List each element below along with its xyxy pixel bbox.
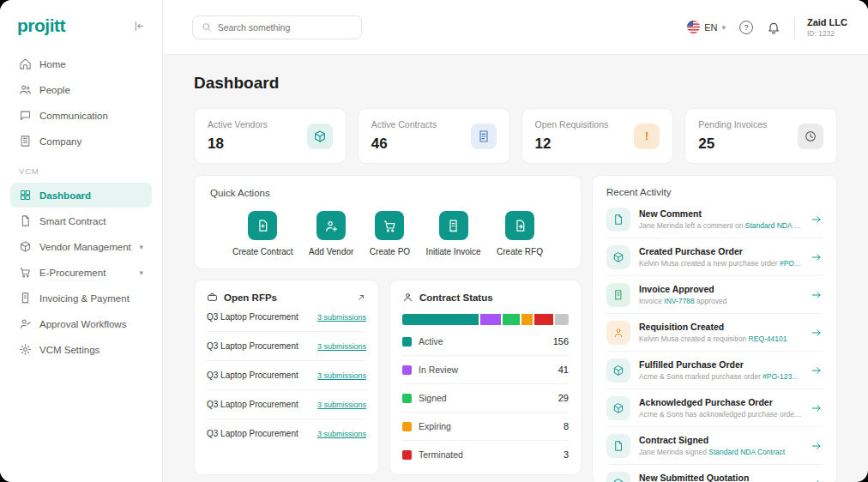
sidebar-item-label: Company — [39, 136, 81, 147]
quick-actions-card: Quick Actions Create Contract Add Vendor — [194, 175, 582, 269]
stat-value: 46 — [371, 136, 437, 153]
account-name: Zaid LLC — [807, 17, 847, 27]
activity-link[interactable]: Standard NDA Contract — [745, 221, 802, 230]
bar-segment — [480, 314, 501, 325]
sidebar-section-vcm: VCM — [10, 154, 152, 183]
sidebar-item-home[interactable]: Home — [10, 51, 152, 76]
purchase-order-icon — [606, 245, 630, 269]
rfp-row: Q3 Laptop Procurement 3 submissions — [207, 361, 366, 390]
comment-document-icon — [606, 208, 630, 232]
activity-arrow-button[interactable] — [811, 440, 823, 452]
package-icon — [307, 124, 333, 149]
activity-arrow-button[interactable] — [811, 214, 823, 226]
create-contract-button[interactable]: Create Contract — [232, 211, 293, 256]
activity-arrow-button[interactable] — [811, 478, 823, 482]
submissions-link[interactable]: 3 submissions — [317, 371, 366, 380]
legend-row: Expiring 8 — [402, 413, 569, 441]
sidebar-item-label: Invoicing & Payment — [39, 293, 130, 304]
arrow-right-icon — [811, 478, 823, 482]
create-rfq-button[interactable]: Create RFQ — [497, 211, 543, 256]
sidebar-item-smart-contract[interactable]: Smart Contract — [10, 208, 152, 233]
rfp-row: Q3 Laptop Procurement 3 submissions — [207, 390, 366, 419]
cart-icon — [19, 266, 32, 279]
activity-item: Acknowledged Purchase Order Acme & Sons … — [606, 389, 823, 427]
sidebar-item-people[interactable]: People — [10, 77, 152, 102]
legend-row: In Review 41 — [402, 356, 569, 384]
collapse-icon — [132, 20, 145, 33]
activity-link[interactable]: Standard NDA Contract — [708, 448, 785, 456]
activity-arrow-button[interactable] — [811, 251, 823, 263]
bar-segment — [534, 314, 553, 325]
gear-icon — [19, 343, 32, 356]
sidebar-collapse-button[interactable] — [132, 20, 145, 33]
stat-value: 18 — [208, 136, 268, 153]
stats-row: Active Vendors 18 Active Contracts 46 Op… — [194, 108, 837, 164]
activity-link[interactable]: #PO-12345 — [763, 372, 799, 381]
legend-swatch — [402, 394, 412, 403]
dashboard-content: Dashboard Active Vendors 18 Active Contr… — [163, 55, 868, 482]
arrow-right-icon — [811, 365, 823, 377]
building-icon — [19, 135, 32, 148]
account-menu[interactable]: Zaid LLC ID: 1232 — [794, 17, 847, 38]
sidebar-item-vcm-settings[interactable]: VCM Settings — [10, 337, 152, 362]
chevron-down-icon: ▾ — [139, 243, 143, 251]
chevron-down-icon: ▾ — [721, 23, 726, 32]
left-column: Quick Actions Create Contract Add Vendor — [194, 175, 582, 482]
recent-activity-card: Recent Activity New Comment Jane Merinda… — [592, 175, 837, 482]
sidebar-item-dashboard[interactable]: Dashboard — [10, 183, 152, 208]
sidebar-item-label: Home — [39, 59, 66, 69]
sidebar-item-company[interactable]: Company — [10, 129, 152, 154]
create-po-button[interactable]: Create PO — [370, 211, 410, 256]
sidebar-item-label: Approval Workflows — [39, 319, 126, 329]
activity-item: New Submitted Quotation Solatek submitte… — [606, 465, 823, 482]
submissions-link[interactable]: 3 submissions — [317, 313, 366, 322]
bar-segment — [521, 314, 533, 325]
submissions-link[interactable]: 3 submissions — [317, 342, 366, 351]
person-icon — [402, 292, 413, 303]
bar-segment — [402, 314, 479, 325]
arrow-right-icon — [811, 440, 823, 452]
sidebar-item-communication[interactable]: Communication — [10, 103, 152, 128]
arrow-right-icon — [811, 214, 823, 226]
rfp-row: Q3 Laptop Procurement 3 submissions — [207, 419, 366, 442]
submissions-link[interactable]: 3 submissions — [317, 430, 366, 438]
open-rfps-title: Open RFPs — [224, 292, 277, 303]
activity-arrow-button[interactable] — [811, 289, 823, 301]
arrow-right-icon — [811, 251, 823, 263]
notifications-button[interactable] — [767, 21, 781, 34]
open-rfps-expand-button[interactable] — [356, 292, 366, 303]
sidebar-item-approval-workflows[interactable]: Approval Workflows — [10, 311, 152, 336]
sidebar-item-e-procurement[interactable]: E-Procurement ▾ — [10, 260, 152, 285]
dashboard-icon — [19, 189, 32, 202]
contract-status-title: Contract Status — [419, 292, 493, 303]
activity-arrow-button[interactable] — [811, 327, 823, 339]
sidebar: projitt Home People Communication Compan… — [0, 0, 163, 482]
purchase-order-icon — [606, 358, 630, 383]
initiate-invoice-icon — [439, 211, 468, 240]
initiate-invoice-button[interactable]: Initiate Invoice — [426, 211, 481, 256]
us-flag-icon — [687, 21, 700, 33]
sidebar-item-vendor-management[interactable]: Vendor Management ▾ — [10, 234, 152, 259]
search-input[interactable] — [218, 22, 353, 33]
submissions-link[interactable]: 3 submissions — [317, 401, 366, 409]
activity-item: Contract Signed Jane Merinda signed Stan… — [606, 427, 823, 465]
language-selector[interactable]: EN ▾ — [687, 21, 726, 33]
legend-swatch — [402, 365, 412, 375]
right-column: Recent Activity New Comment Jane Merinda… — [592, 175, 837, 482]
activity-link[interactable]: #PO-12345 — [780, 259, 802, 268]
bar-segment — [555, 314, 569, 325]
sidebar-item-label: People — [39, 85, 70, 95]
quotation-icon — [606, 472, 630, 482]
create-rfq-icon — [505, 211, 534, 240]
activity-link[interactable]: REQ-44101 — [749, 334, 787, 343]
sidebar-item-invoicing-payment[interactable]: Invoicing & Payment — [10, 286, 152, 310]
activity-arrow-button[interactable] — [811, 365, 823, 377]
activity-arrow-button[interactable] — [811, 402, 823, 414]
add-vendor-button[interactable]: Add Vendor — [309, 211, 353, 256]
help-button[interactable]: ? — [739, 21, 753, 34]
search-box[interactable] — [192, 15, 362, 39]
sidebar-item-label: Dashboard — [39, 190, 91, 201]
bell-icon — [767, 21, 781, 34]
sidebar-item-label: Smart Contract — [39, 216, 105, 226]
activity-link[interactable]: INV-7788 — [664, 297, 694, 305]
